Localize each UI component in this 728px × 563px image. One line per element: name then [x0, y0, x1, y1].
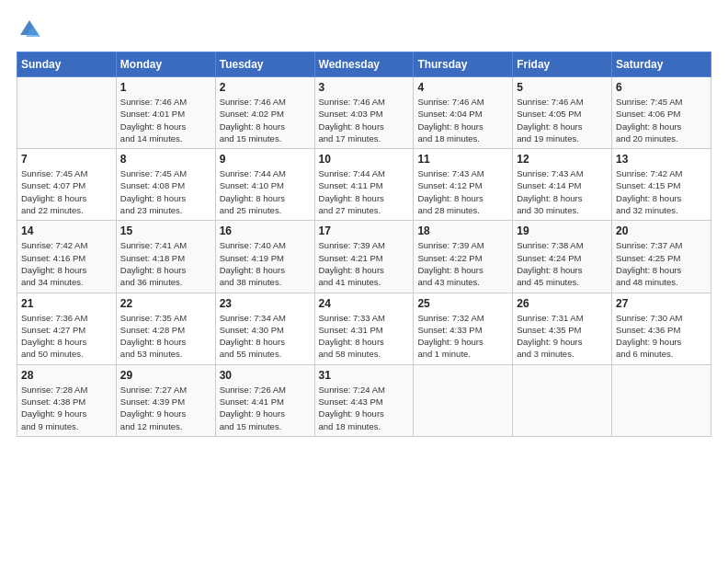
day-number: 28 — [21, 369, 112, 382]
calendar-cell: 23Sunrise: 7:34 AMSunset: 4:30 PMDayligh… — [215, 293, 314, 364]
day-number: 21 — [21, 297, 112, 310]
day-info: Sunrise: 7:31 AMSunset: 4:35 PMDaylight:… — [517, 312, 608, 361]
day-info: Sunrise: 7:28 AMSunset: 4:38 PMDaylight:… — [21, 384, 112, 432]
calendar-cell: 10Sunrise: 7:44 AMSunset: 4:11 PMDayligh… — [314, 149, 414, 221]
calendar-cell: 26Sunrise: 7:31 AMSunset: 4:35 PMDayligh… — [513, 293, 612, 364]
day-info: Sunrise: 7:27 AMSunset: 4:39 PMDaylight:… — [120, 384, 211, 432]
day-info: Sunrise: 7:43 AMSunset: 4:12 PMDaylight:… — [417, 167, 508, 216]
logo — [17, 17, 46, 42]
day-info: Sunrise: 7:33 AMSunset: 4:31 PMDaylight:… — [319, 312, 410, 361]
day-info: Sunrise: 7:44 AMSunset: 4:10 PMDaylight:… — [220, 167, 311, 216]
day-number: 7 — [21, 153, 112, 166]
day-info: Sunrise: 7:44 AMSunset: 4:11 PMDaylight:… — [319, 167, 410, 216]
calendar-cell — [612, 364, 711, 436]
day-number: 23 — [220, 297, 311, 310]
day-info: Sunrise: 7:42 AMSunset: 4:15 PMDaylight:… — [616, 167, 707, 216]
day-number: 14 — [21, 224, 112, 237]
week-row-5: 28Sunrise: 7:28 AMSunset: 4:38 PMDayligh… — [17, 364, 711, 436]
day-info: Sunrise: 7:30 AMSunset: 4:36 PMDaylight:… — [616, 312, 707, 361]
day-number: 10 — [319, 153, 410, 166]
day-number: 19 — [517, 224, 608, 237]
day-number: 11 — [417, 153, 508, 166]
day-number: 26 — [517, 297, 608, 310]
day-info: Sunrise: 7:41 AMSunset: 4:18 PMDaylight:… — [120, 239, 211, 288]
day-info: Sunrise: 7:46 AMSunset: 4:03 PMDaylight:… — [319, 96, 410, 144]
logo-icon — [17, 17, 42, 42]
day-header-thursday: Thursday — [414, 52, 513, 77]
day-number: 4 — [417, 81, 508, 94]
calendar-cell: 12Sunrise: 7:43 AMSunset: 4:14 PMDayligh… — [513, 149, 612, 221]
day-info: Sunrise: 7:35 AMSunset: 4:28 PMDaylight:… — [120, 312, 211, 361]
page: SundayMondayTuesdayWednesdayThursdayFrid… — [0, 0, 728, 563]
day-number: 18 — [417, 224, 508, 237]
week-row-4: 21Sunrise: 7:36 AMSunset: 4:27 PMDayligh… — [17, 293, 711, 364]
calendar-cell: 19Sunrise: 7:38 AMSunset: 4:24 PMDayligh… — [513, 221, 612, 293]
calendar-cell: 15Sunrise: 7:41 AMSunset: 4:18 PMDayligh… — [116, 221, 215, 293]
day-number: 6 — [616, 81, 707, 94]
calendar-cell: 7Sunrise: 7:45 AMSunset: 4:07 PMDaylight… — [17, 149, 117, 221]
day-info: Sunrise: 7:42 AMSunset: 4:16 PMDaylight:… — [21, 239, 112, 288]
day-number: 17 — [319, 224, 410, 237]
week-row-3: 14Sunrise: 7:42 AMSunset: 4:16 PMDayligh… — [17, 221, 711, 293]
day-number: 25 — [417, 297, 508, 310]
day-number: 24 — [319, 297, 410, 310]
calendar-cell: 29Sunrise: 7:27 AMSunset: 4:39 PMDayligh… — [116, 364, 215, 436]
day-info: Sunrise: 7:26 AMSunset: 4:41 PMDaylight:… — [220, 384, 311, 432]
calendar-cell: 14Sunrise: 7:42 AMSunset: 4:16 PMDayligh… — [17, 221, 117, 293]
day-info: Sunrise: 7:46 AMSunset: 4:01 PMDaylight:… — [120, 96, 211, 144]
day-number: 12 — [517, 153, 608, 166]
calendar-cell: 27Sunrise: 7:30 AMSunset: 4:36 PMDayligh… — [612, 293, 711, 364]
day-info: Sunrise: 7:46 AMSunset: 4:02 PMDaylight:… — [220, 96, 311, 144]
calendar-cell: 17Sunrise: 7:39 AMSunset: 4:21 PMDayligh… — [314, 221, 414, 293]
day-header-saturday: Saturday — [612, 52, 711, 77]
calendar-cell: 11Sunrise: 7:43 AMSunset: 4:12 PMDayligh… — [414, 149, 513, 221]
calendar-cell — [513, 364, 612, 436]
day-info: Sunrise: 7:24 AMSunset: 4:43 PMDaylight:… — [319, 384, 410, 432]
day-number: 29 — [120, 369, 211, 382]
calendar-cell: 25Sunrise: 7:32 AMSunset: 4:33 PMDayligh… — [414, 293, 513, 364]
day-number: 1 — [120, 81, 211, 94]
day-info: Sunrise: 7:45 AMSunset: 4:07 PMDaylight:… — [21, 167, 112, 216]
calendar-cell: 8Sunrise: 7:45 AMSunset: 4:08 PMDaylight… — [116, 149, 215, 221]
day-header-wednesday: Wednesday — [314, 52, 414, 77]
week-row-2: 7Sunrise: 7:45 AMSunset: 4:07 PMDaylight… — [17, 149, 711, 221]
calendar-cell: 16Sunrise: 7:40 AMSunset: 4:19 PMDayligh… — [215, 221, 314, 293]
day-info: Sunrise: 7:40 AMSunset: 4:19 PMDaylight:… — [220, 239, 311, 288]
calendar-cell: 13Sunrise: 7:42 AMSunset: 4:15 PMDayligh… — [612, 149, 711, 221]
day-info: Sunrise: 7:46 AMSunset: 4:05 PMDaylight:… — [517, 96, 608, 144]
calendar-cell: 2Sunrise: 7:46 AMSunset: 4:02 PMDaylight… — [215, 77, 314, 149]
calendar-cell: 1Sunrise: 7:46 AMSunset: 4:01 PMDaylight… — [116, 77, 215, 149]
day-number: 31 — [319, 369, 410, 382]
day-number: 2 — [220, 81, 311, 94]
day-number: 16 — [220, 224, 311, 237]
day-header-friday: Friday — [513, 52, 612, 77]
day-info: Sunrise: 7:38 AMSunset: 4:24 PMDaylight:… — [517, 239, 608, 288]
day-info: Sunrise: 7:39 AMSunset: 4:21 PMDaylight:… — [319, 239, 410, 288]
calendar-cell: 21Sunrise: 7:36 AMSunset: 4:27 PMDayligh… — [17, 293, 117, 364]
day-number: 22 — [120, 297, 211, 310]
day-info: Sunrise: 7:43 AMSunset: 4:14 PMDaylight:… — [517, 167, 608, 216]
calendar-cell: 4Sunrise: 7:46 AMSunset: 4:04 PMDaylight… — [414, 77, 513, 149]
week-row-1: 1Sunrise: 7:46 AMSunset: 4:01 PMDaylight… — [17, 77, 711, 149]
calendar-cell: 20Sunrise: 7:37 AMSunset: 4:25 PMDayligh… — [612, 221, 711, 293]
calendar-cell: 9Sunrise: 7:44 AMSunset: 4:10 PMDaylight… — [215, 149, 314, 221]
day-info: Sunrise: 7:46 AMSunset: 4:04 PMDaylight:… — [417, 96, 508, 144]
day-info: Sunrise: 7:39 AMSunset: 4:22 PMDaylight:… — [417, 239, 508, 288]
calendar-cell: 5Sunrise: 7:46 AMSunset: 4:05 PMDaylight… — [513, 77, 612, 149]
calendar-cell: 30Sunrise: 7:26 AMSunset: 4:41 PMDayligh… — [215, 364, 314, 436]
day-number: 5 — [517, 81, 608, 94]
day-info: Sunrise: 7:34 AMSunset: 4:30 PMDaylight:… — [220, 312, 311, 361]
day-header-monday: Monday — [116, 52, 215, 77]
day-number: 30 — [220, 369, 311, 382]
calendar-cell: 3Sunrise: 7:46 AMSunset: 4:03 PMDaylight… — [314, 77, 414, 149]
day-info: Sunrise: 7:36 AMSunset: 4:27 PMDaylight:… — [21, 312, 112, 361]
day-info: Sunrise: 7:45 AMSunset: 4:08 PMDaylight:… — [120, 167, 211, 216]
calendar-cell: 24Sunrise: 7:33 AMSunset: 4:31 PMDayligh… — [314, 293, 414, 364]
day-info: Sunrise: 7:32 AMSunset: 4:33 PMDaylight:… — [417, 312, 508, 361]
calendar-cell: 18Sunrise: 7:39 AMSunset: 4:22 PMDayligh… — [414, 221, 513, 293]
day-number: 9 — [220, 153, 311, 166]
day-header-tuesday: Tuesday — [215, 52, 314, 77]
calendar-table: SundayMondayTuesdayWednesdayThursdayFrid… — [17, 52, 711, 437]
day-number: 20 — [616, 224, 707, 237]
header-row: SundayMondayTuesdayWednesdayThursdayFrid… — [17, 52, 711, 77]
